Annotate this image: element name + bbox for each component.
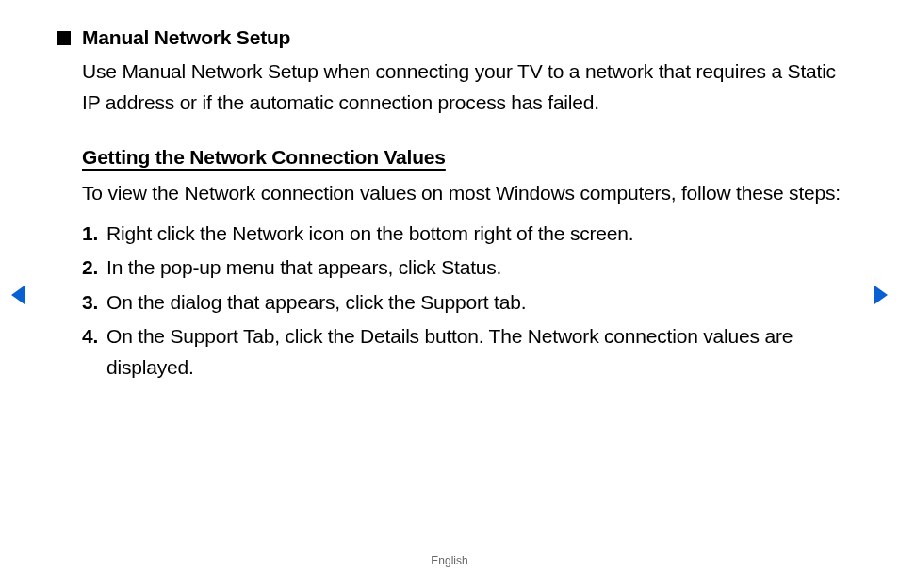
bullet-square-icon [57,31,71,45]
section-intro: Use Manual Network Setup when connecting… [82,57,842,118]
step-item: 2. In the pop-up menu that appears, clic… [82,253,842,284]
step-number: 2. [82,253,106,284]
step-item: 1. Right click the Network icon on the b… [82,219,842,250]
step-item: 4. On the Support Tab, click the Details… [82,321,842,383]
step-text: On the Support Tab, click the Details bu… [106,321,842,383]
step-text: In the pop-up menu that appears, click S… [106,253,501,284]
document-content: Manual Network Setup Use Manual Network … [0,0,899,383]
svg-marker-1 [874,286,888,304]
step-text: Right click the Network icon on the bott… [106,219,633,250]
previous-page-button[interactable] [9,285,26,305]
step-item: 3. On the dialog that appears, click the… [82,287,842,318]
section-heading-row: Manual Network Setup [57,26,842,49]
subsection-heading: Getting the Network Connection Values [82,146,842,169]
next-page-button[interactable] [873,285,890,305]
arrow-right-icon [873,285,890,305]
step-number: 4. [82,321,106,383]
steps-list: 1. Right click the Network icon on the b… [82,219,842,384]
section-heading: Manual Network Setup [82,26,290,49]
footer-language: English [0,554,899,567]
step-number: 3. [82,287,106,318]
subsection-intro: To view the Network connection values on… [82,178,842,209]
step-text: On the dialog that appears, click the Su… [106,287,526,318]
arrow-left-icon [9,285,26,305]
svg-marker-0 [11,286,25,304]
step-number: 1. [82,219,106,250]
